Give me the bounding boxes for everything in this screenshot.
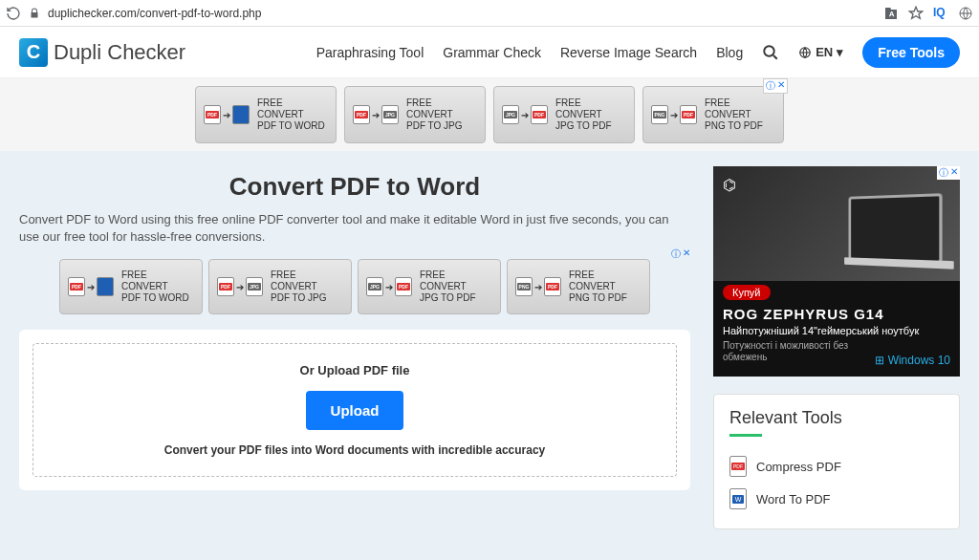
ad-text: FREE CONVERT bbox=[420, 269, 492, 292]
top-ad-banner: ➔ FREE CONVERTPDF TO WORD ➔ FREE CONVERT… bbox=[0, 78, 979, 151]
page-title: Convert PDF to Word bbox=[19, 172, 690, 202]
logo-icon: C bbox=[19, 38, 48, 67]
ad-text: FREE CONVERT bbox=[257, 97, 328, 120]
inline-ad-row: ⓘ✕ ➔ FREE CONVERTPDF TO WORD ➔ FREE CONV… bbox=[19, 259, 690, 314]
pdf-icon bbox=[729, 456, 747, 477]
ad-pdf-to-jpg[interactable]: ➔ FREE CONVERTPDF TO JPG bbox=[208, 259, 352, 314]
language-selector[interactable]: EN ▾ bbox=[798, 45, 843, 59]
ad-text: FREE CONVERT bbox=[271, 269, 343, 292]
address-bar[interactable]: duplichecker.com/convert-pdf-to-word.php bbox=[48, 7, 876, 20]
ad-title: ROG ZEPHYRUS G14 bbox=[723, 306, 884, 322]
ad-close-icon[interactable]: ⓘ✕ bbox=[763, 78, 788, 94]
main-content: Convert PDF to Word Convert PDF to Word … bbox=[19, 166, 690, 560]
nav-paraphrasing[interactable]: Paraphrasing Tool bbox=[316, 45, 424, 60]
upload-subtitle: Convert your PDF files into Word documen… bbox=[53, 443, 657, 457]
ad-jpg-to-pdf[interactable]: ➔ FREE CONVERTJPG TO PDF bbox=[358, 259, 501, 314]
windows-icon: ⊞ bbox=[875, 354, 884, 367]
lock-icon bbox=[29, 8, 40, 19]
iq-extension-icon[interactable]: IQ bbox=[933, 6, 948, 21]
svg-point-1 bbox=[764, 46, 774, 56]
ad-text: FREE CONVERT bbox=[555, 97, 626, 120]
language-label: EN bbox=[816, 45, 833, 59]
ad-text: FREE CONVERT bbox=[705, 97, 775, 120]
ad-text: PDF TO WORD bbox=[121, 292, 194, 304]
windows-badge: ⊞ Windows 10 bbox=[875, 354, 950, 367]
globe-icon[interactable] bbox=[958, 6, 973, 21]
ad-jpg-to-pdf[interactable]: ➔ FREE CONVERTJPG TO PDF bbox=[493, 86, 635, 143]
upload-title: Or Upload PDF file bbox=[53, 363, 657, 377]
heading-underline bbox=[729, 434, 762, 437]
logo-text: Dupli Checker bbox=[54, 40, 185, 65]
ad-text: PDF TO JPG bbox=[406, 120, 477, 132]
browser-chrome: duplichecker.com/convert-pdf-to-word.php… bbox=[0, 0, 979, 27]
ad-png-to-pdf[interactable]: ➔ FREE CONVERTPNG TO PDF bbox=[507, 259, 650, 314]
ad-text: PDF TO WORD bbox=[257, 120, 328, 132]
ad-subtitle: Найпотужніший 14"геймерський ноутбук bbox=[723, 325, 919, 336]
converter-card: Or Upload PDF file Upload Convert your P… bbox=[19, 330, 690, 490]
tool-label: Word To PDF bbox=[756, 492, 831, 506]
ad-pdf-to-jpg[interactable]: ➔ FREE CONVERTPDF TO JPG bbox=[344, 86, 486, 143]
sidebar-ad[interactable]: ⓘ✕ ⌬ Купуй ROG ZEPHYRUS G14 Найпотужніши… bbox=[713, 166, 960, 377]
chevron-down-icon: ▾ bbox=[837, 45, 843, 59]
ad-png-to-pdf[interactable]: ➔ FREE CONVERTPNG TO PDF bbox=[642, 86, 784, 143]
ad-text: JPG TO PDF bbox=[555, 120, 626, 132]
ad-text: PNG TO PDF bbox=[569, 292, 642, 304]
rog-logo-icon: ⌬ bbox=[723, 176, 736, 194]
windows-label: Windows 10 bbox=[888, 354, 950, 367]
logo[interactable]: C Dupli Checker bbox=[19, 38, 185, 67]
favorite-icon[interactable] bbox=[908, 6, 924, 21]
ad-text: PDF TO JPG bbox=[271, 292, 343, 304]
word-icon bbox=[729, 488, 747, 509]
ad-close-icon[interactable]: ⓘ✕ bbox=[671, 248, 690, 261]
upload-dropzone[interactable]: Or Upload PDF file Upload Convert your P… bbox=[33, 343, 677, 477]
ad-text: FREE CONVERT bbox=[569, 269, 642, 292]
translate-icon[interactable] bbox=[883, 6, 899, 21]
ad-text: PNG TO PDF bbox=[705, 120, 775, 132]
main-wrap: Convert PDF to Word Convert PDF to Word … bbox=[0, 151, 979, 560]
nav-blog[interactable]: Blog bbox=[716, 45, 743, 60]
ad-pdf-to-word[interactable]: ➔ FREE CONVERTPDF TO WORD bbox=[195, 86, 337, 143]
ad-text: FREE CONVERT bbox=[121, 269, 194, 292]
ad-small: Потужності і можливості без обмежень bbox=[723, 340, 857, 363]
ad-cta: Купуй bbox=[723, 285, 771, 300]
tool-label: Compress PDF bbox=[756, 460, 841, 474]
nav-reverse-image[interactable]: Reverse Image Search bbox=[560, 45, 697, 60]
nav-grammar[interactable]: Grammar Check bbox=[443, 45, 541, 60]
reload-icon[interactable] bbox=[6, 6, 21, 21]
upload-button[interactable]: Upload bbox=[306, 391, 404, 430]
free-tools-button[interactable]: Free Tools bbox=[862, 37, 960, 68]
ad-pdf-to-word[interactable]: ➔ FREE CONVERTPDF TO WORD bbox=[59, 259, 203, 314]
ad-text: FREE CONVERT bbox=[406, 97, 477, 120]
sidebar: ⓘ✕ ⌬ Купуй ROG ZEPHYRUS G14 Найпотужніши… bbox=[713, 166, 960, 560]
ad-close-icon[interactable]: ⓘ✕ bbox=[937, 166, 960, 180]
site-header: C Dupli Checker Paraphrasing Tool Gramma… bbox=[0, 27, 979, 78]
tool-word-to-pdf[interactable]: Word To PDF bbox=[729, 483, 944, 515]
laptop-icon bbox=[849, 193, 943, 264]
search-icon[interactable] bbox=[762, 44, 779, 61]
relevant-tools-panel: Relevant Tools Compress PDF Word To PDF bbox=[713, 394, 960, 529]
tool-compress-pdf[interactable]: Compress PDF bbox=[729, 450, 944, 483]
ad-text: JPG TO PDF bbox=[420, 292, 492, 304]
tools-heading: Relevant Tools bbox=[729, 408, 944, 428]
page-description: Convert PDF to Word using this free onli… bbox=[19, 211, 690, 246]
